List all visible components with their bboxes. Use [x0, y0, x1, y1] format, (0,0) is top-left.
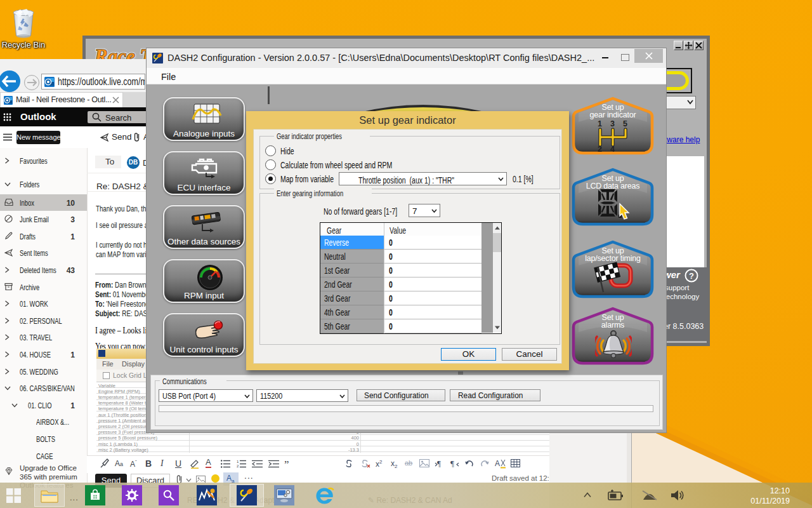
svg-text:A: A — [495, 459, 500, 468]
svg-text:2: 2 — [237, 464, 239, 468]
svg-text:¶: ¶ — [450, 458, 454, 468]
svg-text:3: 3 — [610, 119, 615, 128]
svg-text:¶: ¶ — [437, 458, 441, 468]
svg-text:?: ? — [689, 271, 694, 281]
svg-text:1: 1 — [598, 119, 602, 128]
svg-text:5: 5 — [623, 119, 627, 128]
svg-text:1: 1 — [237, 460, 239, 464]
